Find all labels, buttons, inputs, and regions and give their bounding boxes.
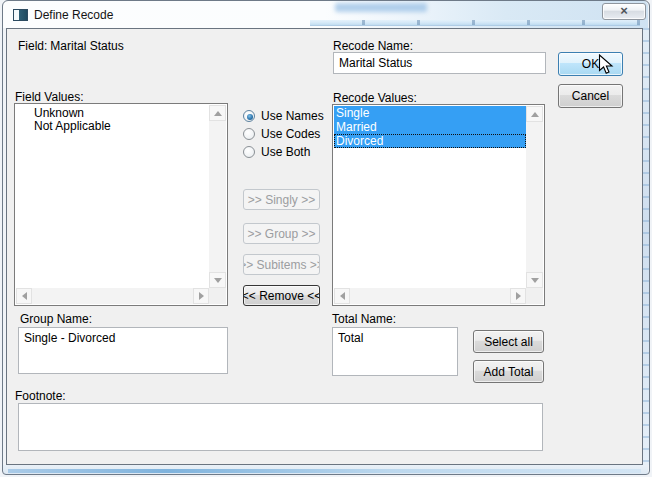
footnote-label: Footnote: — [15, 389, 66, 403]
vertical-scrollbar[interactable] — [209, 105, 226, 288]
scrollbar-corner — [209, 288, 226, 304]
subitems-button[interactable]: >> Subitems >> — [243, 254, 320, 275]
arrow-up-icon — [531, 112, 539, 117]
window-frame-bottom — [3, 465, 648, 475]
recode-name-input[interactable]: Marital Status — [333, 52, 546, 74]
radio-use-both[interactable]: Use Both — [243, 145, 310, 159]
dialog-icon — [13, 9, 28, 21]
radio-label: Use Both — [261, 145, 310, 159]
list-item-selected-focused[interactable]: Divorced — [334, 134, 526, 148]
select-all-button[interactable]: Select all — [473, 330, 544, 353]
horizontal-scrollbar[interactable] — [16, 288, 209, 304]
add-total-button[interactable]: Add Total — [473, 360, 544, 383]
scroll-right-button[interactable] — [193, 288, 209, 304]
close-icon: × — [620, 3, 628, 18]
group-name-label: Group Name: — [20, 312, 92, 326]
radio-selected-icon — [243, 110, 255, 122]
field-label: Field: — [18, 39, 47, 53]
total-name-value: Total — [333, 328, 457, 349]
horizontal-scrollbar[interactable] — [334, 288, 526, 304]
recode-values-listbox[interactable]: Single Married Divorced — [332, 104, 545, 306]
group-button[interactable]: >> Group >> — [243, 223, 320, 244]
scroll-left-button[interactable] — [334, 288, 350, 304]
group-name-value: Single - Divorced — [19, 328, 227, 349]
ok-button[interactable]: OK — [558, 52, 623, 76]
arrow-down-icon — [214, 278, 222, 283]
footnote-input[interactable] — [18, 403, 543, 451]
cancel-button[interactable]: Cancel — [558, 84, 623, 108]
arrow-right-icon — [199, 292, 204, 300]
window-frame-right — [643, 28, 649, 465]
total-name-label: Total Name: — [332, 312, 396, 326]
field-indicator: Field:Marital Status — [18, 39, 124, 53]
footnote-value — [19, 404, 542, 410]
arrow-down-icon — [531, 278, 539, 283]
list-item-selected[interactable]: Married — [334, 120, 526, 134]
recode-values-list: Single Married Divorced — [334, 106, 526, 288]
recode-values-label: Recode Values: — [333, 91, 417, 105]
window-title: Define Recode — [34, 7, 113, 23]
scroll-up-button[interactable] — [209, 105, 226, 121]
scroll-up-button[interactable] — [526, 106, 543, 122]
vertical-scrollbar[interactable] — [526, 106, 543, 288]
arrow-left-icon — [22, 292, 27, 300]
field-values-list: Unknown Not Applicable — [16, 105, 209, 288]
radio-use-names[interactable]: Use Names — [243, 109, 324, 123]
field-values-label: Field Values: — [15, 90, 83, 104]
close-button[interactable]: × — [602, 3, 646, 20]
recode-name-value: Marital Status — [334, 53, 545, 74]
background-window-artifact — [335, 3, 427, 12]
define-recode-dialog: Define Recode × Field:Marital Status Rec… — [0, 0, 652, 477]
background-window-artifact — [8, 469, 641, 473]
list-item[interactable]: Not Applicable — [34, 120, 209, 133]
arrow-right-icon — [516, 292, 521, 300]
radio-unselected-icon — [243, 146, 255, 158]
scrollbar-corner — [526, 288, 543, 304]
recode-name-label: Recode Name: — [333, 39, 413, 53]
scroll-right-button[interactable] — [510, 288, 526, 304]
scroll-left-button[interactable] — [16, 288, 32, 304]
background-window-artifact — [310, 20, 640, 26]
total-name-input[interactable]: Total — [332, 327, 458, 376]
list-item-selected[interactable]: Single — [334, 106, 526, 120]
remove-button[interactable]: << Remove << — [243, 285, 320, 306]
scroll-down-button[interactable] — [209, 272, 226, 288]
field-value: Marital Status — [50, 39, 123, 53]
singly-button[interactable]: >> Singly >> — [243, 189, 320, 210]
field-values-listbox[interactable]: Unknown Not Applicable — [14, 103, 228, 306]
radio-use-codes[interactable]: Use Codes — [243, 127, 320, 141]
radio-label: Use Codes — [261, 127, 320, 141]
arrow-left-icon — [340, 292, 345, 300]
arrow-up-icon — [214, 111, 222, 116]
scroll-down-button[interactable] — [526, 272, 543, 288]
group-name-input[interactable]: Single - Divorced — [18, 327, 228, 374]
radio-label: Use Names — [261, 109, 324, 123]
radio-unselected-icon — [243, 128, 255, 140]
title-bar[interactable]: Define Recode × — [3, 1, 648, 28]
